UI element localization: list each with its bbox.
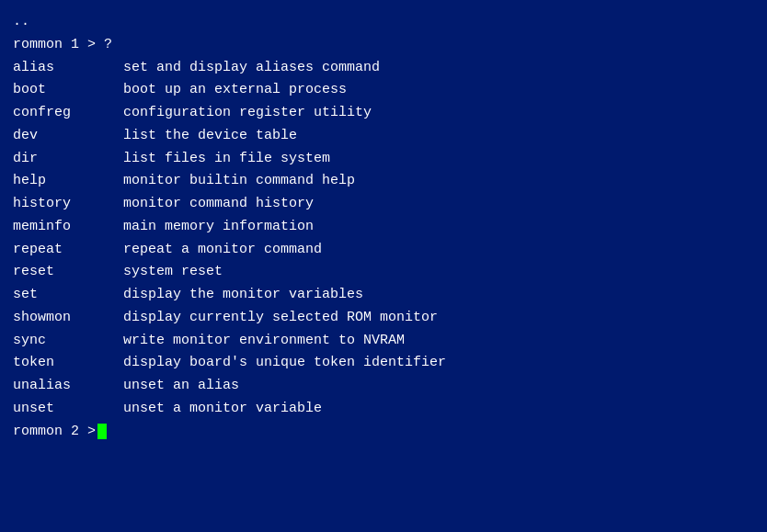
command-row: repeatrepeat a monitor command — [13, 239, 754, 262]
prompt1-text: rommon 1 > ? — [13, 34, 112, 57]
command-row: bootboot up an external process — [13, 79, 754, 102]
command-name: sync — [13, 330, 123, 353]
command-desc: display board's unique token identifier — [123, 352, 446, 375]
command-row: dirlist files in file system — [13, 148, 754, 171]
command-name: set — [13, 284, 123, 307]
command-name: alias — [13, 57, 123, 80]
terminal-window[interactable]: .. rommon 1 > ? aliasset and display ali… — [0, 0, 767, 532]
command-desc: system reset — [123, 261, 223, 284]
prompt1-line: rommon 1 > ? — [13, 34, 754, 57]
command-name: repeat — [13, 239, 123, 262]
prompt2-line: rommon 2 > — [13, 421, 754, 444]
command-desc: write monitor environment to NVRAM — [123, 330, 405, 353]
command-desc: display currently selected ROM monitor — [123, 307, 438, 330]
prompt2-text: rommon 2 > — [13, 421, 96, 444]
command-desc: monitor builtin command help — [123, 170, 355, 193]
command-row: setdisplay the monitor variables — [13, 284, 754, 307]
command-row: tokendisplay board's unique token identi… — [13, 352, 754, 375]
command-desc: configuration register utility — [123, 102, 372, 125]
command-name: unalias — [13, 375, 123, 398]
command-name: showmon — [13, 307, 123, 330]
cursor — [97, 424, 107, 439]
command-name: token — [13, 352, 123, 375]
command-row: historymonitor command history — [13, 193, 754, 216]
command-name: history — [13, 193, 123, 216]
command-name: help — [13, 170, 123, 193]
command-desc: unset a monitor variable — [123, 398, 322, 421]
command-row: aliasset and display aliases command — [13, 57, 754, 80]
command-name: reset — [13, 261, 123, 284]
command-desc: main memory information — [123, 216, 314, 239]
command-desc: boot up an external process — [123, 79, 347, 102]
dotdot-line: .. — [13, 11, 754, 34]
command-desc: list files in file system — [123, 148, 330, 171]
command-row: meminfomain memory information — [13, 216, 754, 239]
command-desc: set and display aliases command — [123, 57, 380, 80]
command-row: syncwrite monitor environment to NVRAM — [13, 330, 754, 353]
command-row: resetsystem reset — [13, 261, 754, 284]
command-name: unset — [13, 398, 123, 421]
command-row: unaliasunset an alias — [13, 375, 754, 398]
command-desc: repeat a monitor command — [123, 239, 322, 262]
command-row: devlist the device table — [13, 125, 754, 148]
command-row: showmondisplay currently selected ROM mo… — [13, 307, 754, 330]
command-desc: unset an alias — [123, 375, 239, 398]
command-name: dir — [13, 148, 123, 171]
command-name: confreg — [13, 102, 123, 125]
command-name: boot — [13, 79, 123, 102]
command-row: unsetunset a monitor variable — [13, 398, 754, 421]
command-row: helpmonitor builtin command help — [13, 170, 754, 193]
command-row: confregconfiguration register utility — [13, 102, 754, 125]
command-name: dev — [13, 125, 123, 148]
command-name: meminfo — [13, 216, 123, 239]
command-desc: list the device table — [123, 125, 297, 148]
command-desc: monitor command history — [123, 193, 314, 216]
command-desc: display the monitor variables — [123, 284, 363, 307]
